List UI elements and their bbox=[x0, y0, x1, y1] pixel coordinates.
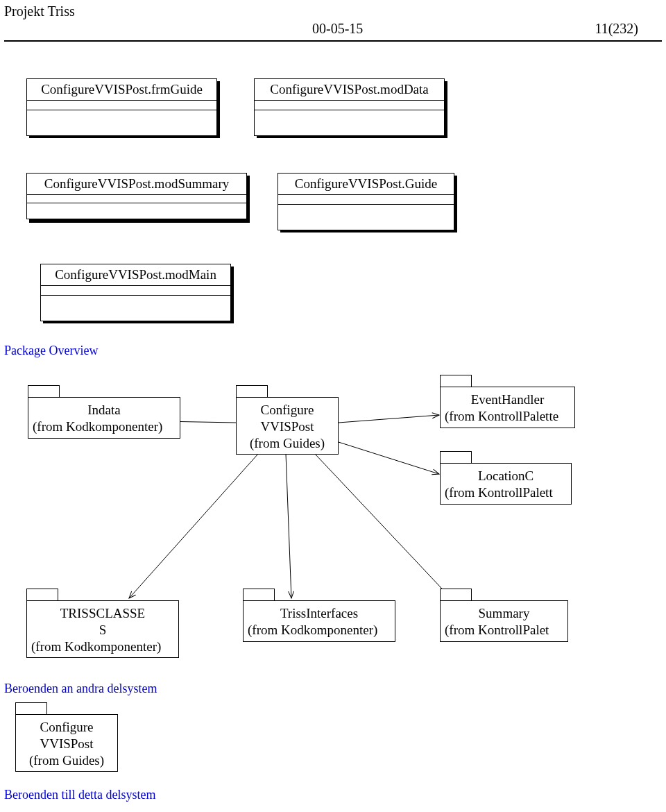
package-from: (from KontrollPalet bbox=[445, 622, 563, 638]
class-name: ConfigureVVISPost.modMain bbox=[41, 264, 230, 286]
package-name: Summary bbox=[445, 605, 563, 622]
class-compartment bbox=[27, 101, 216, 110]
package-from: (from Kodkomponenter) bbox=[248, 622, 391, 638]
package-from: (from Guides) bbox=[241, 435, 334, 452]
class-box-moddata: ConfigureVVISPost.modData bbox=[254, 78, 445, 136]
package-body: Configure VVISPost (from Guides) bbox=[236, 397, 339, 455]
class-compartment bbox=[27, 195, 246, 203]
package-name2: VVISPost bbox=[241, 418, 334, 435]
package-tab bbox=[243, 589, 275, 601]
class-box-frmguide: ConfigureVVISPost.frmGuide bbox=[26, 78, 217, 136]
package-name: TrissInterfaces bbox=[248, 605, 391, 622]
class-compartment bbox=[41, 286, 230, 296]
package-body: EventHandler (from KontrollPalette bbox=[440, 387, 575, 428]
package-body: Summary (from KontrollPalet bbox=[440, 600, 568, 642]
package-name: LocationC bbox=[445, 468, 567, 484]
class-name: ConfigureVVISPost.frmGuide bbox=[27, 79, 216, 101]
package-from: (from Kodkomponenter) bbox=[33, 418, 176, 435]
package-tab bbox=[440, 451, 472, 464]
package-name2: VVISPost bbox=[20, 736, 113, 752]
package-name: Configure bbox=[241, 402, 334, 418]
svg-line-3 bbox=[129, 454, 258, 598]
package-name: Indata bbox=[33, 402, 176, 418]
package-tab bbox=[26, 589, 58, 601]
package-body: TRISSCLASSE S (from Kodkomponenter) bbox=[26, 600, 179, 658]
class-compartment bbox=[41, 296, 230, 321]
svg-line-2 bbox=[339, 442, 439, 474]
package-body: LocationC (from KontrollPalett bbox=[440, 463, 572, 505]
header-rule bbox=[4, 40, 662, 42]
package-body: Configure VVISPost (from Guides) bbox=[15, 714, 118, 772]
svg-line-4 bbox=[286, 454, 291, 598]
package-tab bbox=[440, 589, 472, 601]
package-body: Indata (from Kodkomponenter) bbox=[28, 397, 180, 439]
package-from: (from Kodkomponenter) bbox=[31, 638, 174, 655]
class-name: ConfigureVVISPost.modSummary bbox=[27, 174, 246, 195]
header-title: Projekt Triss bbox=[4, 3, 75, 19]
package-from: (from KontrollPalette bbox=[445, 408, 570, 425]
package-from: (from Guides) bbox=[20, 752, 113, 769]
package-name2: S bbox=[31, 622, 174, 638]
class-compartment bbox=[278, 205, 454, 230]
class-box-modmain: ConfigureVVISPost.modMain bbox=[40, 264, 231, 321]
class-compartment bbox=[27, 110, 216, 135]
header-date: 00-05-15 bbox=[312, 21, 363, 37]
package-from: (from KontrollPalett bbox=[445, 484, 567, 501]
svg-line-1 bbox=[339, 415, 439, 423]
class-compartment bbox=[255, 101, 444, 110]
package-tab bbox=[15, 702, 47, 715]
package-tab bbox=[440, 375, 472, 387]
class-compartment bbox=[27, 203, 246, 219]
svg-line-5 bbox=[315, 454, 451, 598]
package-tab bbox=[236, 385, 268, 398]
class-name: ConfigureVVISPost.Guide bbox=[278, 174, 454, 195]
package-name: TRISSCLASSE bbox=[31, 605, 174, 622]
section-beroenden-andra: Beroenden an andra delsystem bbox=[4, 682, 157, 696]
package-tab bbox=[28, 385, 60, 398]
section-beroenden-till: Beroenden till detta delsystem bbox=[4, 788, 155, 802]
section-package-overview: Package Overview bbox=[4, 344, 98, 358]
package-body: TrissInterfaces (from Kodkomponenter) bbox=[243, 600, 395, 642]
class-compartment bbox=[278, 195, 454, 205]
class-name: ConfigureVVISPost.modData bbox=[255, 79, 444, 101]
class-box-modsummary: ConfigureVVISPost.modSummary bbox=[26, 173, 247, 219]
class-compartment bbox=[255, 110, 444, 135]
class-box-guide: ConfigureVVISPost.Guide bbox=[278, 173, 454, 230]
package-name: Configure bbox=[20, 719, 113, 736]
package-name: EventHandler bbox=[445, 391, 570, 408]
header-page: 11(232) bbox=[595, 21, 638, 37]
